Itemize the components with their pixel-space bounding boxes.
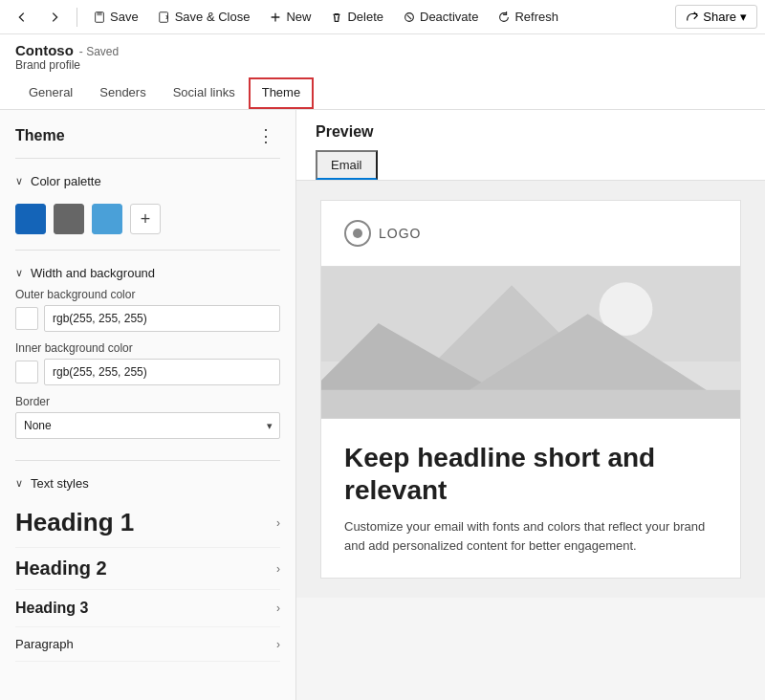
back-button[interactable] [8,7,36,28]
nav-tabs: General Senders Social links Theme [15,77,750,109]
logo-text: LOGO [379,226,421,241]
separator [76,8,77,27]
new-button[interactable]: New [261,6,318,28]
deactivate-button[interactable]: Deactivate [395,6,486,28]
border-select-wrap: None ▾ [15,412,280,439]
divider [15,460,280,461]
inner-bg-field: Inner background color [15,341,280,385]
hero-image [321,266,740,419]
outer-bg-input[interactable] [44,305,280,332]
more-options-button[interactable]: ⋮ [251,123,280,148]
saved-status: - Saved [79,45,119,58]
chevron-down-icon: ∨ [15,477,23,490]
divider [15,158,280,159]
heading3-label: Heading 3 [15,600,88,617]
brand-profile-label: Brand profile [15,58,750,72]
tab-senders[interactable]: Senders [86,77,159,109]
share-button[interactable]: Share ▾ [675,5,757,29]
svg-rect-10 [321,390,740,419]
email-body-text: Customize your email with fonts and colo… [344,517,717,555]
app-name: Contoso [15,42,74,58]
email-preview: LOGO [320,200,741,579]
chevron-right-icon: › [276,562,280,576]
width-background-label: Width and background [31,266,155,280]
chevron-down-icon: ∨ [15,267,23,279]
save-close-button[interactable]: Save & Close [150,6,258,28]
color-palette-section: ∨ Color palette + [0,166,295,250]
width-background-header[interactable]: ∨ Width and background [15,258,280,288]
outer-bg-label: Outer background color [15,288,280,301]
preview-tab-email[interactable]: Email [316,150,378,180]
outer-bg-preview[interactable] [15,307,38,330]
inner-bg-label: Inner background color [15,341,280,355]
text-styles-label: Text styles [31,476,89,491]
heading2-item[interactable]: Heading 2 › [15,548,280,590]
preview-title: Preview [316,123,746,141]
toolbar: Save Save & Close New Delete Deactivate … [0,0,765,34]
swatch-light-blue[interactable] [92,204,122,234]
heading2-label: Heading 2 [15,558,107,580]
logo-area: LOGO [321,201,740,266]
tab-general[interactable]: General [15,77,86,109]
width-background-section: ∨ Width and background Outer background … [0,258,295,460]
svg-rect-1 [97,11,101,15]
tab-theme[interactable]: Theme [249,77,314,109]
swatch-gray[interactable] [54,204,84,234]
main-content: Theme ⋮ ∨ Color palette + ∨ Width and ba… [0,110,765,700]
border-select[interactable]: None [15,412,280,439]
save-button[interactable]: Save [85,6,146,28]
color-palette-label: Color palette [31,174,101,188]
border-label: Border [15,395,280,408]
share-chevron-icon: ▾ [740,10,747,24]
outer-bg-field: Outer background color [15,288,280,332]
chevron-down-icon: ∨ [15,175,23,187]
paragraph-label: Paragraph [15,637,74,651]
chevron-right-icon: › [276,602,280,615]
logo-inner-circle [353,229,362,238]
forward-button[interactable] [40,7,69,28]
divider [15,250,280,251]
preview-content: LOGO [296,181,765,598]
heading1-label: Heading 1 [15,508,134,537]
chevron-right-icon: › [276,516,280,530]
right-panel: Preview Email LOGO [296,110,765,700]
border-field: Border None ▾ [15,395,280,439]
tab-social-links[interactable]: Social links [160,77,249,109]
inner-bg-preview[interactable] [15,361,38,383]
panel-header: Theme ⋮ [0,110,295,158]
email-body: Keep headline short and relevant Customi… [321,419,740,578]
mountain-illustration [321,266,740,419]
color-palette-header[interactable]: ∨ Color palette [15,166,280,196]
text-styles-section: ∨ Text styles Heading 1 › Heading 2 › He… [0,469,295,673]
header: Contoso - Saved Brand profile General Se… [0,34,765,110]
heading3-item[interactable]: Heading 3 › [15,590,280,627]
paragraph-item[interactable]: Paragraph › [15,627,280,662]
swatch-blue[interactable] [15,204,46,234]
svg-rect-2 [159,11,167,22]
preview-tabs: Email [316,150,746,180]
add-color-button[interactable]: + [130,204,161,234]
panel-title: Theme [15,127,65,144]
text-styles-header[interactable]: ∨ Text styles [15,469,280,498]
color-palette: + [15,196,280,238]
preview-header: Preview Email [296,110,765,181]
heading1-item[interactable]: Heading 1 › [15,498,280,548]
left-panel: Theme ⋮ ∨ Color palette + ∨ Width and ba… [0,110,296,700]
inner-bg-input[interactable] [44,359,280,385]
refresh-button[interactable]: Refresh [490,6,566,28]
logo-icon [344,220,371,247]
email-headline: Keep headline short and relevant [344,442,717,506]
delete-button[interactable]: Delete [322,6,391,28]
chevron-right-icon: › [276,638,280,651]
